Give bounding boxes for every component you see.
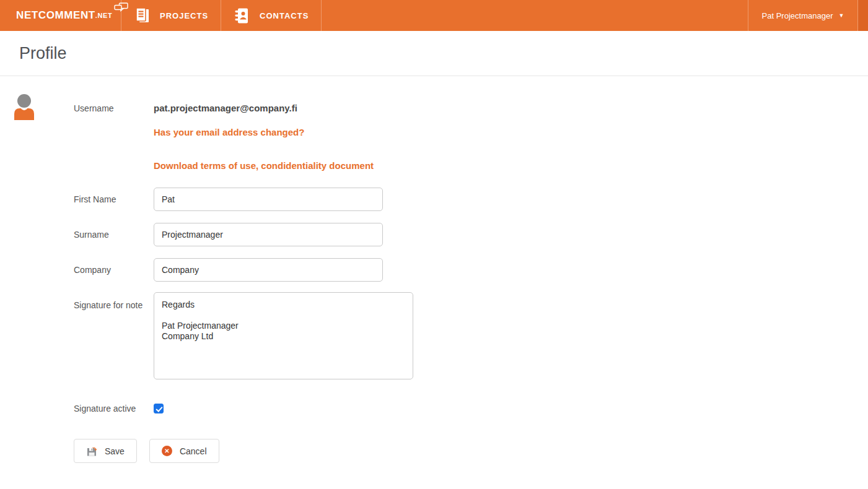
first-name-input[interactable]	[154, 188, 383, 211]
surname-row: Surname	[74, 223, 868, 246]
save-button[interactable]: Save	[74, 439, 137, 463]
page-title: Profile	[19, 44, 67, 63]
save-button-label: Save	[105, 446, 125, 456]
page: NETCOMMENT.NET PROJECTS	[0, 0, 868, 489]
username-value: pat.projectmanager@company.fi	[154, 103, 297, 113]
title-bar: Profile	[0, 31, 868, 76]
floppy-disk-icon	[86, 446, 97, 457]
first-name-label: First Name	[74, 194, 154, 204]
speech-bubbles-icon	[114, 2, 128, 16]
cancel-button[interactable]: ✕ Cancel	[149, 439, 219, 463]
form-buttons: Save ✕ Cancel	[74, 439, 868, 463]
nav-item-projects[interactable]: PROJECTS	[121, 0, 221, 31]
nav-item-label: PROJECTS	[160, 11, 208, 20]
logo-suffix: .NET	[95, 12, 112, 19]
caret-down-icon: ▼	[838, 12, 844, 19]
username-label: Username	[74, 103, 154, 113]
download-terms-link[interactable]: Download terms of use, condidentiality d…	[154, 160, 374, 171]
signature-label: Signature for note	[74, 292, 154, 310]
email-changed-row: Has your email address changed?	[74, 127, 868, 137]
company-input[interactable]	[154, 258, 383, 282]
user-menu-label: Pat Projectmanager	[762, 11, 833, 20]
first-name-row: First Name	[74, 188, 868, 211]
username-row: Username pat.projectmanager@company.fi	[74, 103, 868, 113]
top-navigation-bar: NETCOMMENT.NET PROJECTS	[0, 0, 868, 31]
documents-icon	[134, 6, 151, 25]
surname-label: Surname	[74, 230, 154, 240]
cancel-button-label: Cancel	[180, 446, 207, 456]
user-menu-dropdown[interactable]: Pat Projectmanager ▼	[748, 0, 858, 31]
nav-item-label: CONTACTS	[260, 11, 309, 20]
address-book-icon	[234, 7, 250, 25]
signature-active-label: Signature active	[74, 404, 154, 413]
signature-row: Signature for note	[74, 292, 868, 379]
company-row: Company	[74, 258, 868, 282]
header-edge-strip	[858, 0, 868, 31]
download-terms-row: Download terms of use, condidentiality d…	[74, 160, 868, 171]
profile-content: Username pat.projectmanager@company.fi H…	[0, 76, 868, 463]
company-label: Company	[74, 265, 154, 275]
signature-textarea[interactable]	[154, 292, 413, 379]
surname-input[interactable]	[154, 223, 383, 246]
signature-active-row: Signature active	[74, 404, 868, 413]
header-spacer	[322, 0, 748, 31]
nav-item-contacts[interactable]: CONTACTS	[221, 0, 322, 31]
logo[interactable]: NETCOMMENT.NET	[0, 0, 121, 31]
signature-active-checkbox[interactable]	[154, 404, 164, 413]
cancel-circle-icon: ✕	[162, 446, 172, 456]
email-changed-link[interactable]: Has your email address changed?	[154, 127, 304, 137]
profile-form: Username pat.projectmanager@company.fi H…	[74, 76, 868, 463]
logo-text: NETCOMMENT	[16, 9, 95, 22]
person-icon	[12, 93, 35, 123]
